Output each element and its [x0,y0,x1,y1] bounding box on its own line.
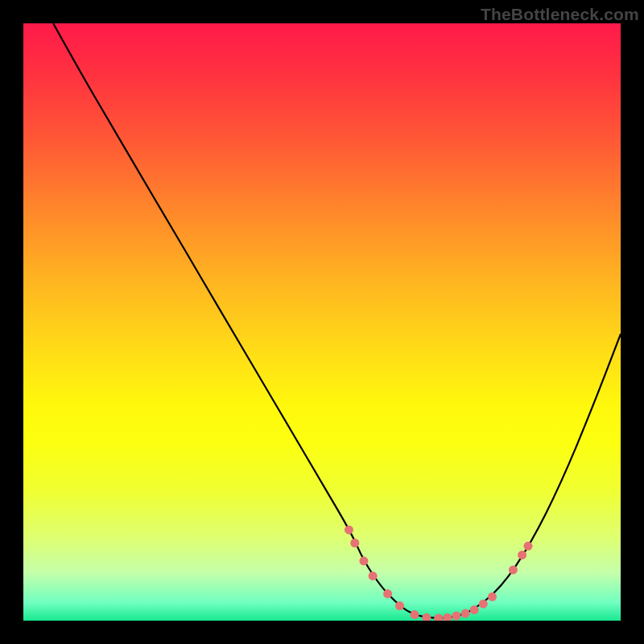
highlight-dot [345,526,353,535]
plot-area [23,23,621,621]
highlight-dot [359,556,368,565]
highlight-dots-group [345,526,533,621]
highlight-dot [350,539,359,547]
highlight-dot [452,612,460,621]
chart-svg [23,23,621,621]
highlight-dot [524,542,533,551]
highlight-dot [369,572,378,580]
highlight-dot [479,600,488,609]
bottleneck-curve [53,23,621,618]
highlight-dot [470,605,479,614]
highlight-dot [518,551,526,559]
highlight-dot [488,592,497,601]
highlight-dot [411,610,419,619]
highlight-dot [434,614,443,621]
highlight-dot [509,565,518,574]
chart-container: TheBottleneck.com [0,0,644,644]
highlight-dot [461,609,470,618]
watermark-text: TheBottleneck.com [481,5,639,24]
highlight-dot [422,613,431,621]
highlight-dot [383,589,392,598]
highlight-dot [395,601,404,610]
highlight-dot [443,613,452,621]
